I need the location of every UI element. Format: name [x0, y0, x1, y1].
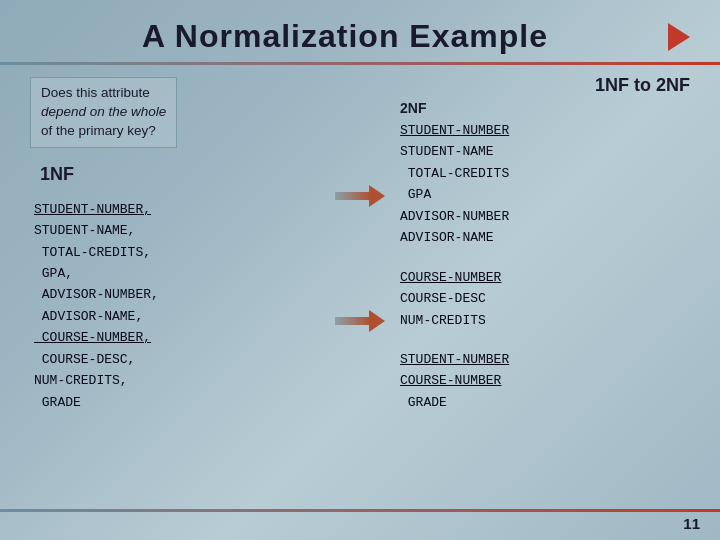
left-nf-label: 1NF — [40, 164, 320, 185]
section-3-data: STUDENT-NUMBER COURSE-NUMBER GRADE — [400, 349, 690, 413]
right-section-2: COURSE-NUMBER COURSE-DESC NUM-CREDITS — [400, 267, 690, 331]
rel-advisor-number: ADVISOR-NUMBER, — [34, 287, 159, 302]
section-2-data: COURSE-NUMBER COURSE-DESC NUM-CREDITS — [400, 267, 690, 331]
r3-grade: GRADE — [400, 395, 447, 410]
svg-rect-2 — [335, 317, 371, 325]
r3-student-number: STUDENT-NUMBER — [400, 352, 509, 367]
question-line3: of the primary key? — [41, 123, 156, 138]
r1-gpa: GPA — [400, 187, 431, 202]
right-section-1: 2NF STUDENT-NUMBER STUDENT-NAME TOTAL-CR… — [400, 100, 690, 249]
main-content: Does this attribute depend on the whole … — [30, 73, 690, 503]
r3-course-number: COURSE-NUMBER — [400, 373, 501, 388]
svg-marker-1 — [369, 185, 385, 207]
title-bar: A Normalization Example — [30, 18, 690, 55]
page-number: 11 — [683, 515, 700, 532]
right-column: 1NF to 2NF 2NF STUDENT-NUMBER STUDENT-NA… — [400, 73, 690, 503]
r2-num-credits: NUM-CREDITS — [400, 313, 486, 328]
rel-student-name: STUDENT-NAME, — [34, 223, 135, 238]
slide-title: A Normalization Example — [30, 18, 660, 55]
middle-arrows — [320, 73, 400, 503]
rel-num-credits: NUM-CREDITS, — [34, 373, 128, 388]
r1-total-credits: TOTAL-CREDITS — [400, 166, 509, 181]
arrow-1-icon — [335, 185, 385, 207]
r2-course-number: COURSE-NUMBER — [400, 270, 501, 285]
rel-grade: GRADE — [34, 395, 81, 410]
svg-rect-0 — [335, 192, 371, 200]
r1-advisor-name: ADVISOR-NAME — [400, 230, 494, 245]
left-relation: STUDENT-NUMBER, STUDENT-NAME, TOTAL-CRED… — [34, 199, 320, 413]
rel-course-desc: COURSE-DESC, — [34, 352, 135, 367]
question-box: Does this attribute depend on the whole … — [30, 77, 177, 148]
rel-course-number: COURSE-NUMBER, — [34, 330, 151, 345]
section-1-data: STUDENT-NUMBER STUDENT-NAME TOTAL-CREDIT… — [400, 120, 690, 249]
left-column: Does this attribute depend on the whole … — [30, 73, 320, 503]
rel-gpa: GPA, — [34, 266, 73, 281]
slide: A Normalization Example Does this attrib… — [0, 0, 720, 540]
section-1-label: 2NF — [400, 100, 690, 116]
right-section-3: STUDENT-NUMBER COURSE-NUMBER GRADE — [400, 349, 690, 413]
r1-student-name: STUDENT-NAME — [400, 144, 494, 159]
arrow-2-icon — [335, 310, 385, 332]
rel-total-credits: TOTAL-CREDITS, — [34, 245, 151, 260]
rel-student-number: STUDENT-NUMBER, — [34, 202, 151, 217]
r1-advisor-number: ADVISOR-NUMBER — [400, 209, 509, 224]
question-line2: depend on the whole — [41, 104, 166, 119]
title-divider — [0, 62, 720, 65]
title-arrow-icon — [668, 23, 690, 51]
r1-student-number: STUDENT-NUMBER — [400, 123, 509, 138]
question-line1: Does this attribute — [41, 85, 150, 100]
rel-advisor-name: ADVISOR-NAME, — [34, 309, 143, 324]
svg-marker-3 — [369, 310, 385, 332]
bottom-divider — [0, 509, 720, 512]
right-nf-header: 1NF to 2NF — [400, 75, 690, 96]
r2-course-desc: COURSE-DESC — [400, 291, 486, 306]
